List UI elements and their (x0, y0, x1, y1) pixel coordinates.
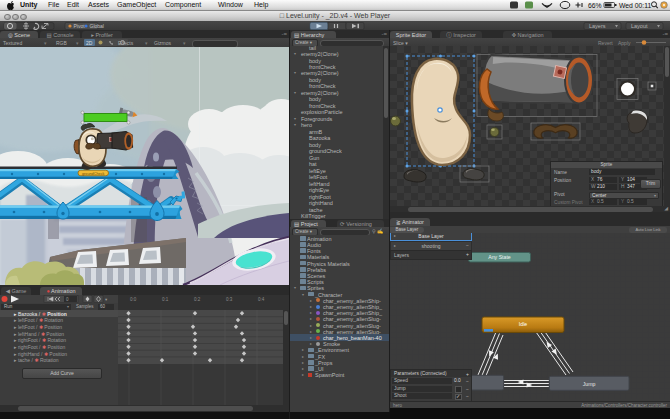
svg-text:Idle: Idle (519, 321, 527, 327)
svg-text:Jump: Jump (583, 381, 596, 387)
svg-text:66%: 66% (588, 2, 602, 9)
svg-text:Global: Global (90, 23, 104, 29)
svg-text:Any State: Any State (488, 254, 511, 260)
svg-text:Wed 00:11: Wed 00:11 (619, 2, 651, 9)
svg-text:Layout: Layout (631, 23, 648, 29)
svg-text:Pivot: Pivot (74, 23, 86, 29)
svg-text:groundCheck: groundCheck (82, 172, 105, 176)
svg-text:2D: 2D (86, 40, 93, 46)
svg-text:▾: ▾ (105, 297, 108, 302)
svg-text:Layers: Layers (589, 23, 606, 29)
